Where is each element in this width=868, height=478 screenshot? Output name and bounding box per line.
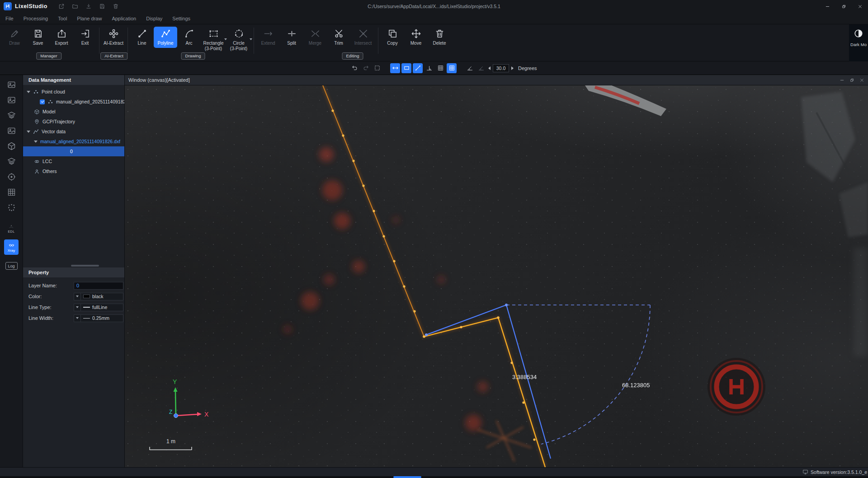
line-label: Line	[138, 41, 146, 46]
tree-item-point-cloud-file[interactable]: manual_aligned_20251114091826.la	[23, 97, 124, 107]
dropdown-caret-icon[interactable]	[250, 38, 252, 40]
length-measurement-label: 3.388534	[512, 374, 537, 380]
tree-item-lcc[interactable]: LCC	[23, 156, 124, 166]
panorama-view-button[interactable]	[6, 125, 17, 136]
copy-button[interactable]: Copy	[381, 27, 404, 48]
menu-settings[interactable]: Settings	[172, 16, 190, 21]
menu-application[interactable]: Application	[112, 16, 136, 21]
tree-item-layer-0[interactable]: 0	[23, 146, 124, 156]
merge-button[interactable]: Merge	[303, 27, 327, 48]
canvas-minimize-icon[interactable]	[840, 78, 844, 83]
angle-measure-icon	[478, 65, 485, 71]
grid-snap-button[interactable]	[447, 63, 457, 73]
layers-view-button[interactable]	[6, 110, 17, 121]
tree-horizontal-scrollbar[interactable]	[23, 264, 124, 267]
perpendicular-snap-button[interactable]	[424, 63, 434, 73]
ai-extract-button[interactable]: AI-Extract	[102, 27, 125, 48]
xray-button[interactable]: Xray	[4, 239, 19, 255]
save-button[interactable]: Save	[26, 27, 50, 48]
circle-button[interactable]: Circle (3-Point)	[226, 27, 251, 53]
undo-button[interactable]	[349, 63, 359, 73]
restore-button[interactable]	[835, 0, 852, 13]
axis-z-label: Z	[169, 409, 172, 415]
caret-down-icon[interactable]	[27, 131, 30, 133]
arc-button[interactable]: Arc	[177, 27, 201, 48]
stack-view-button[interactable]	[6, 156, 17, 167]
rectangle-button[interactable]: Rectangle (3-Point)	[201, 27, 226, 53]
log-button[interactable]: Log	[5, 262, 18, 270]
tree-item-vector-file[interactable]: manual_aligned_20251114091826.dxf	[23, 136, 124, 146]
grid-button[interactable]	[435, 63, 445, 73]
marquee-select-button[interactable]	[372, 63, 382, 73]
menu-file[interactable]: File	[5, 16, 14, 21]
dropdown-caret-icon[interactable]	[74, 293, 81, 300]
save-project-icon[interactable]	[99, 3, 105, 9]
canvas-restore-icon[interactable]	[849, 78, 854, 83]
menu-processing[interactable]: Processing	[24, 16, 48, 21]
trim-button[interactable]: Trim	[327, 27, 350, 48]
split-button[interactable]: Split	[280, 27, 303, 48]
points-view-button[interactable]	[6, 202, 17, 213]
angle-snap-button[interactable]	[465, 63, 475, 73]
delete-project-icon[interactable]	[113, 3, 119, 9]
line-width-dropdown[interactable]: 0.25mm	[74, 314, 123, 322]
share-icon[interactable]	[58, 3, 65, 9]
menu-tool[interactable]: Tool	[58, 16, 67, 21]
menu-display[interactable]: Display	[146, 16, 162, 21]
open-folder-icon[interactable]	[72, 3, 78, 9]
minimize-button[interactable]	[819, 0, 835, 13]
scrollbar-thumb[interactable]	[71, 265, 99, 267]
line-button[interactable]: Line	[130, 27, 154, 48]
image-view-button[interactable]	[6, 79, 17, 90]
visibility-checkbox[interactable]	[40, 99, 45, 104]
perpendicular-icon	[426, 65, 433, 71]
point-cloud-noise	[125, 85, 868, 467]
dark-mode-toggle[interactable]	[854, 28, 863, 38]
delete-button[interactable]: Delete	[428, 27, 451, 48]
extend-button[interactable]: Extend	[256, 27, 280, 48]
dark-mode-label: Dark Mo	[850, 42, 867, 47]
layer-name-input[interactable]	[74, 282, 123, 290]
tree-item-model[interactable]: Model	[23, 107, 124, 117]
polyline-button[interactable]: Polyline	[154, 27, 177, 48]
caret-down-icon[interactable]	[34, 141, 38, 143]
extend-label: Extend	[261, 41, 275, 46]
grid-view-button[interactable]	[6, 187, 17, 197]
line-type-value: fullLine	[92, 305, 107, 310]
angle-increase-icon[interactable]	[511, 66, 514, 70]
photo-view-button[interactable]	[6, 94, 17, 105]
angle-decrease-icon[interactable]	[488, 66, 491, 70]
intersect-button[interactable]: Intersect	[350, 27, 376, 48]
property-panel: Layer Name: Color: black Line Type: full…	[23, 277, 124, 467]
dropdown-caret-icon[interactable]	[74, 304, 81, 311]
tree-item-vector-data[interactable]: Vector data	[23, 127, 124, 136]
delete-label: Delete	[433, 41, 446, 46]
angle-input[interactable]	[493, 64, 509, 72]
canvas-close-icon[interactable]	[859, 78, 864, 83]
tree-item-point-cloud[interactable]: Point cloud	[23, 87, 124, 97]
import-icon[interactable]	[85, 3, 92, 9]
close-button[interactable]	[852, 0, 868, 13]
tree-item-others[interactable]: Others	[23, 166, 124, 176]
segment-snap-button[interactable]	[413, 63, 423, 73]
model-view-button[interactable]	[6, 141, 17, 151]
redo-button[interactable]	[361, 63, 371, 73]
draw-button[interactable]: Draw	[3, 27, 26, 48]
menu-plane-draw[interactable]: Plane draw	[77, 16, 102, 21]
line-type-dropdown[interactable]: fullLine	[74, 304, 123, 311]
exit-button[interactable]: Exit	[73, 27, 97, 48]
tree-item-gcp-trajectory[interactable]: GCP/Trajectory	[23, 117, 124, 127]
caret-down-icon[interactable]	[27, 91, 30, 93]
export-icon	[57, 28, 67, 39]
color-dropdown[interactable]: black	[74, 293, 123, 300]
export-button[interactable]: Export	[50, 27, 73, 48]
angle-measure-button[interactable]	[476, 63, 486, 73]
merge-label: Merge	[309, 41, 321, 46]
dropdown-caret-icon[interactable]	[74, 315, 81, 322]
move-button[interactable]: Move	[404, 27, 428, 48]
rectangle-snap-button[interactable]	[401, 63, 411, 73]
target-view-button[interactable]	[6, 171, 17, 182]
edl-button[interactable]: EDL	[7, 224, 15, 233]
ortho-mode-button[interactable]	[390, 63, 400, 73]
point-cloud-viewport[interactable]: 3.388534 68.123805 Y X Z	[125, 85, 868, 467]
